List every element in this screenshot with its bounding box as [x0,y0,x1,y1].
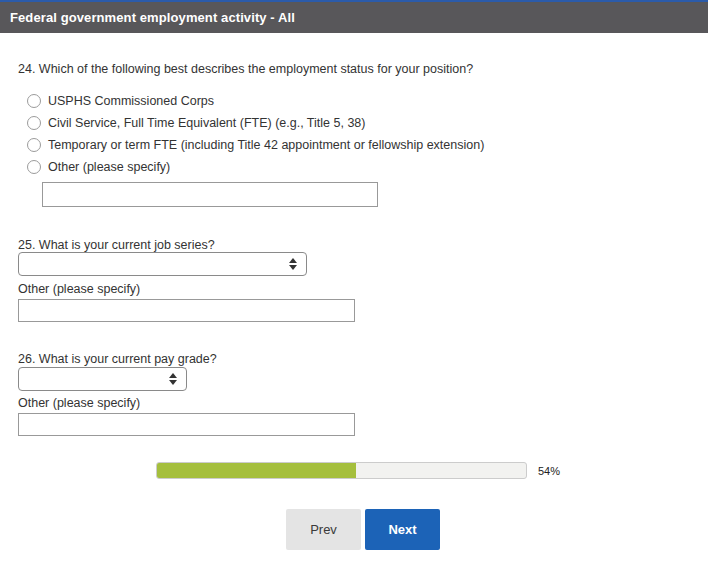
arrow-down-icon [289,265,297,270]
question-24-label: 24. Which of the following best describe… [18,62,708,76]
question-26-label: 26. What is your current pay grade? [18,352,708,366]
progress-fill [157,463,356,478]
page-header: Federal government employment activity -… [0,2,708,33]
page-title: Federal government employment activity -… [10,10,295,25]
arrow-down-icon [169,380,177,385]
radio-option-temporary-fte[interactable]: Temporary or term FTE (including Title 4… [18,134,708,156]
radio-option-label[interactable]: Temporary or term FTE (including Title 4… [48,138,484,152]
navigation-buttons: Prev Next [18,509,708,550]
question-26-other-label: Other (please specify) [18,397,708,410]
radio-button-icon[interactable] [27,116,41,130]
question-24-other-input[interactable] [42,182,378,207]
question-25-other-input[interactable] [18,299,355,322]
progress-bar [156,462,527,479]
radio-option-civil-service[interactable]: Civil Service, Full Time Equivalent (FTE… [18,112,708,134]
radio-option-label[interactable]: USPHS Commissioned Corps [48,94,214,108]
question-24-options: USPHS Commissioned Corps Civil Service, … [18,90,708,178]
question-26-select[interactable] [18,367,187,391]
radio-option-other[interactable]: Other (please specify) [18,156,708,178]
question-26-other-input[interactable] [18,413,355,436]
radio-option-usphs[interactable]: USPHS Commissioned Corps [18,90,708,112]
select-spinner-icon [169,373,177,385]
arrow-up-icon [169,373,177,378]
progress-section: 54% [156,462,708,479]
question-25-label: 25. What is your current job series? [18,238,708,252]
arrow-up-icon [289,258,297,263]
radio-button-icon[interactable] [27,160,41,174]
survey-page: 24. Which of the following best describe… [0,62,708,550]
next-button[interactable]: Next [365,509,440,550]
radio-button-icon[interactable] [27,94,41,108]
select-spinner-icon [289,258,297,270]
radio-button-icon[interactable] [27,138,41,152]
radio-option-label[interactable]: Civil Service, Full Time Equivalent (FTE… [48,116,365,130]
prev-button[interactable]: Prev [286,509,361,550]
question-25-other-label: Other (please specify) [18,283,708,296]
question-25-select[interactable] [18,252,307,276]
progress-percent-label: 54% [538,465,560,477]
radio-option-label[interactable]: Other (please specify) [48,160,170,174]
